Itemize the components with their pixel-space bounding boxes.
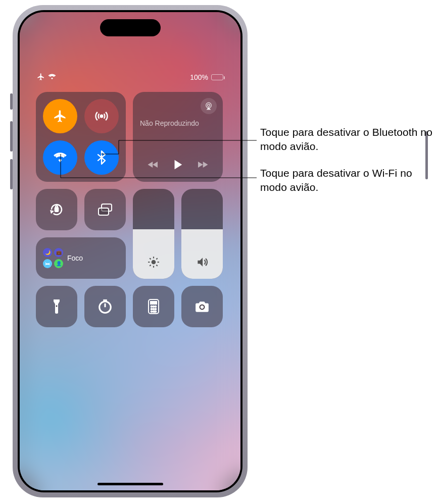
- flashlight-button[interactable]: [36, 286, 77, 327]
- callout-wifi: Toque para desativar o Wi‑Fi no modo avi…: [260, 166, 438, 195]
- control-center: Não Reproduzindo: [36, 92, 224, 334]
- screen-mirroring-button[interactable]: [84, 189, 126, 230]
- svg-point-2: [208, 104, 210, 107]
- volume-icon: [196, 256, 209, 271]
- airplane-mode-toggle[interactable]: [43, 99, 77, 133]
- callout-bluetooth-text: Toque para desativar o Bluetooth no modo…: [260, 126, 432, 152]
- dynamic-island: [100, 19, 161, 36]
- svg-rect-5: [99, 208, 109, 215]
- brightness-icon: [147, 256, 160, 271]
- airplane-status-icon: [37, 73, 45, 82]
- svg-point-7: [56, 306, 58, 307]
- phone-frame: 100%: [13, 5, 248, 497]
- brightness-slider[interactable]: [133, 189, 174, 279]
- svg-rect-18: [153, 311, 157, 313]
- media-controls-tile[interactable]: Não Reproduzindo: [133, 92, 223, 182]
- camera-button[interactable]: [181, 286, 223, 327]
- battery-icon: [211, 74, 223, 80]
- focus-modes-cluster-icon: 🌙 💼 🛏 👤: [43, 248, 63, 268]
- status-bar: 100%: [20, 72, 240, 83]
- callout-bluetooth: Toque para desativar o Bluetooth no modo…: [260, 125, 438, 154]
- connectivity-group: [36, 92, 126, 182]
- svg-point-17: [151, 311, 153, 313]
- svg-point-20: [201, 306, 204, 309]
- media-title: Não Reproduzindo: [140, 119, 216, 127]
- brightness-fill: [133, 229, 174, 279]
- svg-rect-3: [55, 208, 58, 212]
- calculator-button[interactable]: [133, 286, 174, 327]
- volume-slider[interactable]: [181, 189, 223, 279]
- svg-point-14: [151, 309, 153, 310]
- volume-fill: [181, 229, 223, 279]
- wifi-status-icon: [48, 73, 56, 82]
- callout-wifi-text: Toque para desativar o Wi‑Fi no modo avi…: [260, 167, 412, 193]
- orientation-lock-toggle[interactable]: [36, 189, 77, 230]
- svg-point-13: [155, 306, 157, 308]
- svg-point-11: [151, 306, 153, 308]
- svg-point-6: [152, 260, 156, 265]
- phone-bezel: 100%: [18, 10, 242, 492]
- cellular-data-toggle[interactable]: [84, 99, 119, 133]
- bluetooth-toggle[interactable]: [84, 140, 119, 175]
- media-play-button[interactable]: [173, 159, 183, 172]
- wifi-toggle[interactable]: [43, 140, 77, 175]
- svg-point-12: [153, 306, 155, 308]
- svg-point-15: [153, 309, 155, 310]
- focus-label: Foco: [67, 254, 83, 262]
- timer-button[interactable]: [84, 286, 126, 327]
- focus-button[interactable]: 🌙 💼 🛏 👤 Foco: [36, 237, 126, 279]
- svg-point-16: [155, 309, 157, 310]
- battery-percent: 100%: [190, 73, 208, 81]
- airplay-button[interactable]: [201, 98, 217, 114]
- screen: 100%: [20, 12, 240, 490]
- media-next-button[interactable]: [197, 160, 209, 171]
- svg-rect-10: [151, 301, 157, 304]
- svg-point-0: [101, 115, 103, 118]
- media-prev-button[interactable]: [147, 160, 159, 171]
- home-indicator[interactable]: [98, 483, 163, 485]
